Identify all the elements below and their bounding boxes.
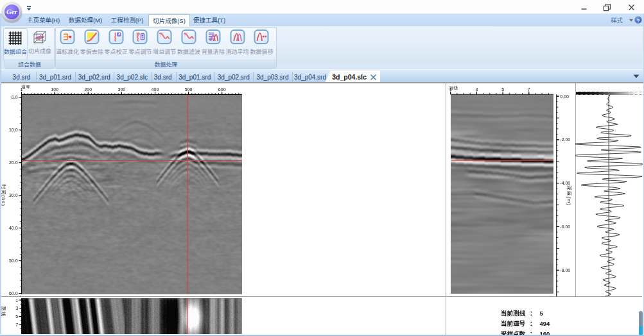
- menu-tab-3[interactable]: 工程检测(P): [107, 14, 147, 26]
- title-bar: [0, 0, 644, 13]
- vertical-scrollbar[interactable]: [639, 311, 643, 335]
- close-button[interactable]: [626, 3, 637, 12]
- ribbon-button-trace-normalize[interactable]: 道标准化: [55, 28, 80, 59]
- grayscale-colorbar: [576, 92, 643, 95]
- ribbon-button-zero-adjust[interactable]: 零点调节: [128, 28, 152, 59]
- ribbon-button-label: 滑动平均: [226, 47, 249, 56]
- data-offset-icon: [254, 29, 269, 44]
- main-x-axis-title: 道号: [21, 83, 31, 90]
- ribbon-button-label: 数据滤波: [177, 47, 200, 56]
- scrollbar-track[interactable]: [639, 311, 643, 326]
- ribbon-button-label: 数据组合: [4, 47, 27, 56]
- status-colon: ：: [525, 308, 540, 317]
- panel-divider-horizontal[interactable]: [0, 296, 642, 297]
- ribbon-button-label: 数据偏移: [250, 47, 273, 56]
- ribbon-button-label: 增益调节: [153, 47, 176, 56]
- style-caret-icon[interactable]: [629, 19, 634, 22]
- status-value: 5: [540, 308, 543, 317]
- cross-section-image[interactable]: [451, 95, 553, 294]
- ribbon-button-background-removal[interactable]: 背景消除: [201, 28, 225, 59]
- ribbon-button-slice-cube[interactable]: 切片成像: [28, 28, 52, 60]
- minimize-button[interactable]: [579, 3, 589, 12]
- ribbon-button-label: 切片成像: [28, 47, 51, 55]
- help-icon[interactable]: ?: [634, 16, 642, 24]
- zero-correct-icon: [109, 29, 123, 44]
- status-label: 当前道号: [501, 319, 525, 328]
- moving-average-icon: [230, 29, 245, 44]
- ribbon-button-label: 零点校正: [105, 47, 128, 56]
- menu-tab-1[interactable]: 主页菜单(H): [24, 14, 64, 26]
- gain-adjust-icon: [157, 29, 172, 44]
- status-colon: ：: [525, 319, 540, 328]
- main-section-image[interactable]: [22, 95, 242, 294]
- main-y-axis-title: 时间(ns): [1, 184, 8, 206]
- window-frame-left: [0, 13, 1, 334]
- app-logo-text: Ger: [4, 4, 19, 19]
- ribbon-button-label: 道标准化: [56, 47, 79, 56]
- ribbon-button-label: 背景消除: [202, 47, 225, 56]
- ribbon-button-moving-average[interactable]: 滑动平均: [225, 28, 250, 59]
- plan-y-axis-title: 测线: [1, 306, 8, 317]
- restore-button[interactable]: [602, 3, 613, 12]
- ribbon-group-caption: 数据处理: [56, 60, 276, 68]
- ribbon-button-label: 零点调节: [128, 47, 152, 56]
- status-row-2: 当前道号：494: [501, 319, 550, 328]
- quick-access-dropdown-icon[interactable]: [26, 6, 32, 11]
- menu-tab-4[interactable]: 切片成像(S): [148, 14, 190, 26]
- ribbon-button-data-filter[interactable]: 数据滤波: [177, 28, 201, 59]
- background-removal-icon: [205, 29, 220, 44]
- ribbon-button-dc-removal[interactable]: 零偏去除: [80, 28, 104, 59]
- status-value: 494: [540, 319, 550, 328]
- app-logo[interactable]: Ger: [2, 2, 22, 22]
- slice-cube-icon: [32, 29, 48, 45]
- ribbon-button-data-offset[interactable]: 数据偏移: [249, 28, 274, 59]
- data-filter-icon: [182, 29, 196, 44]
- ribbon-group-caption: 组合数据: [5, 60, 54, 68]
- tab-close-icon[interactable]: [370, 74, 377, 81]
- document-tab-active[interactable]: 3d_p04.slc: [324, 71, 375, 83]
- plan-slice-image[interactable]: [22, 298, 242, 334]
- dc-removal-icon: [84, 29, 99, 44]
- ribbon-button-zero-correct[interactable]: 零点校正: [104, 28, 128, 59]
- trace-normalize-icon: [60, 29, 75, 44]
- ribbon-button-label: 零偏去除: [80, 47, 103, 56]
- style-menu-button[interactable]: 样式: [611, 14, 623, 26]
- ribbon-button-grid[interactable]: 数据组合: [3, 28, 28, 60]
- grid-icon: [8, 30, 23, 46]
- cross-y-axis-title: 深度(m): [566, 185, 573, 206]
- menu-tab-5[interactable]: 便捷工具(T): [189, 14, 229, 26]
- scrollbar-thumb[interactable]: [639, 326, 643, 335]
- status-label: 当前测线: [501, 308, 525, 317]
- ribbon-button-gain-adjust[interactable]: 增益调节: [152, 28, 177, 59]
- zero-adjust-icon: [133, 29, 148, 44]
- status-row-1: 当前测线：5: [501, 308, 543, 317]
- menu-tab-2[interactable]: 数据处理(M): [65, 14, 105, 26]
- trace-wiggle-plot: [575, 95, 644, 296]
- tab-list-dropdown-icon[interactable]: [632, 74, 640, 79]
- cross-x-axis-title: 测线: [449, 85, 458, 91]
